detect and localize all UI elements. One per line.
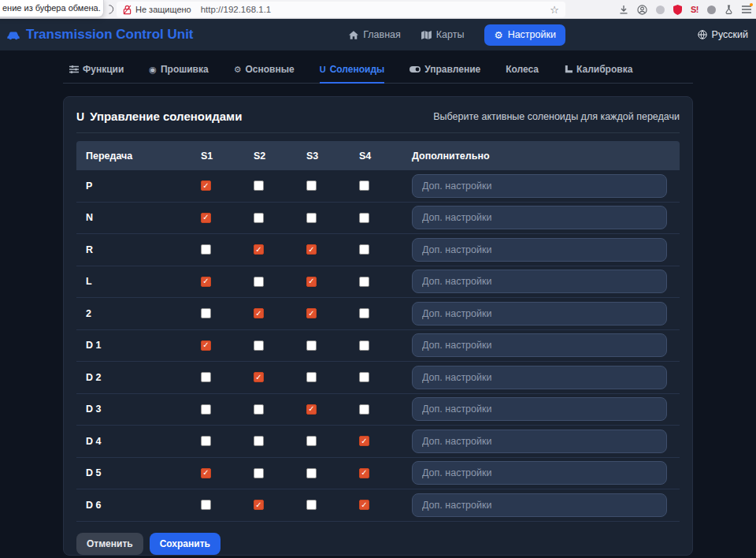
solenoid-s4-checkbox[interactable]: ✓ <box>359 244 369 255</box>
check-icon: ✓ <box>255 374 261 381</box>
solenoid-s4-checkbox[interactable]: ✓ <box>359 213 369 223</box>
cell-extra <box>406 333 680 357</box>
header-s3: S3 <box>300 151 353 162</box>
solenoid-s1-checkbox[interactable]: ✓ <box>201 436 211 446</box>
cell-s2: ✓ <box>247 180 300 191</box>
solenoid-s4-checkbox[interactable]: ✓ <box>359 404 369 415</box>
gear-label: 2 <box>76 308 195 319</box>
solenoid-s2-checkbox[interactable]: ✓ <box>254 308 264 318</box>
cell-s3: ✓ <box>300 340 353 351</box>
extension-icon[interactable] <box>656 6 665 14</box>
save-button[interactable]: Сохранить <box>150 533 220 555</box>
solenoid-s3-checkbox[interactable]: ✓ <box>306 340 317 351</box>
solenoid-s4-checkbox[interactable]: ✓ <box>359 436 369 446</box>
solenoid-s2-checkbox[interactable]: ✓ <box>254 180 264 191</box>
solenoid-s2-checkbox[interactable]: ✓ <box>254 340 264 351</box>
account-icon[interactable] <box>637 5 647 15</box>
magnet-icon: U <box>320 65 326 74</box>
solenoid-s2-checkbox[interactable]: ✓ <box>254 372 264 382</box>
download-icon[interactable] <box>619 5 628 14</box>
table-row: D 5 ✓ ✓ ✓ ✓ <box>76 458 680 490</box>
solenoid-s2-checkbox[interactable]: ✓ <box>254 404 264 415</box>
solenoid-s1-checkbox[interactable]: ✓ <box>201 277 211 287</box>
solenoid-s4-checkbox[interactable]: ✓ <box>359 468 369 478</box>
cell-extra <box>406 366 680 389</box>
solenoid-s2-checkbox[interactable]: ✓ <box>254 468 264 478</box>
solenoid-s3-checkbox[interactable]: ✓ <box>306 436 317 446</box>
solenoid-s1-checkbox[interactable]: ✓ <box>201 372 211 382</box>
tab-firmware[interactable]: ◉ Прошивка <box>149 64 208 84</box>
solenoid-s4-checkbox[interactable]: ✓ <box>359 500 369 510</box>
language-selector[interactable]: Русский <box>698 29 748 40</box>
extra-settings-input[interactable] <box>412 238 667 262</box>
tab-calibration[interactable]: Калибровка <box>564 64 632 84</box>
solenoid-s4-checkbox[interactable]: ✓ <box>359 308 369 318</box>
ruler-icon <box>564 65 573 74</box>
solenoid-s4-checkbox[interactable]: ✓ <box>359 340 369 351</box>
check-icon: ✓ <box>308 246 314 254</box>
tab-general[interactable]: ⚙ Основные <box>234 64 295 84</box>
address-bar[interactable]: Не защищено http://192.168.1.1 ☆ <box>117 2 565 17</box>
extra-settings-input[interactable] <box>412 493 667 517</box>
check-icon: ✓ <box>308 405 314 413</box>
extra-settings-input[interactable] <box>412 174 667 198</box>
tab-wheels[interactable]: Колеса <box>506 64 539 84</box>
check-icon: ✓ <box>202 469 209 477</box>
extra-settings-input[interactable] <box>412 461 667 485</box>
flask-icon[interactable] <box>724 5 733 14</box>
solenoid-s2-checkbox[interactable]: ✓ <box>254 213 264 223</box>
solenoid-s1-checkbox[interactable]: ✓ <box>201 500 211 510</box>
solenoid-s1-checkbox[interactable]: ✓ <box>201 468 211 478</box>
tab-control[interactable]: Управление <box>410 64 480 84</box>
nav-item-maps[interactable]: Карты <box>421 29 465 40</box>
solenoid-s3-checkbox[interactable]: ✓ <box>306 308 317 318</box>
solenoid-s3-checkbox[interactable]: ✓ <box>306 404 317 415</box>
solenoid-s3-checkbox[interactable]: ✓ <box>306 372 317 382</box>
solenoid-s3-checkbox[interactable]: ✓ <box>306 213 317 223</box>
header-extra: Дополнительно <box>406 151 680 162</box>
solenoid-s1-checkbox[interactable]: ✓ <box>201 308 211 318</box>
nav-item-home[interactable]: Главная <box>349 29 401 40</box>
solenoid-s1-checkbox[interactable]: ✓ <box>201 244 211 255</box>
globe-extension-icon[interactable] <box>707 6 716 14</box>
extra-settings-input[interactable] <box>412 430 667 453</box>
solenoid-s2-checkbox[interactable]: ✓ <box>254 277 264 287</box>
menu-icon[interactable] <box>742 6 751 13</box>
tab-functions[interactable]: Функции <box>69 64 124 84</box>
solenoid-s3-checkbox[interactable]: ✓ <box>306 500 317 510</box>
nav-item-settings[interactable]: ⚙ Настройки <box>484 24 565 46</box>
solenoid-s4-checkbox[interactable]: ✓ <box>359 277 369 287</box>
bookmark-star-icon[interactable]: ☆ <box>550 5 559 15</box>
adblock-shield-icon[interactable] <box>673 5 682 15</box>
gear-label: D 1 <box>76 340 195 351</box>
cell-s1: ✓ <box>195 244 247 255</box>
extra-settings-input[interactable] <box>412 333 667 357</box>
extra-settings-input[interactable] <box>412 270 667 293</box>
s-exclamation-icon[interactable]: S! <box>691 5 699 14</box>
solenoid-s4-checkbox[interactable]: ✓ <box>359 372 369 382</box>
cancel-button[interactable]: Отменить <box>76 533 143 555</box>
solenoid-s1-checkbox[interactable]: ✓ <box>201 404 211 415</box>
extra-settings-input[interactable] <box>412 366 667 389</box>
solenoid-s3-checkbox[interactable]: ✓ <box>306 277 317 287</box>
solenoid-s1-checkbox[interactable]: ✓ <box>201 340 211 351</box>
solenoid-s3-checkbox[interactable]: ✓ <box>306 244 317 255</box>
extra-settings-input[interactable] <box>412 302 667 326</box>
insecure-lock-icon[interactable] <box>123 5 132 15</box>
extra-settings-input[interactable] <box>412 206 667 229</box>
cell-extra <box>406 206 680 229</box>
solenoid-s1-checkbox[interactable]: ✓ <box>201 213 211 223</box>
solenoid-s2-checkbox[interactable]: ✓ <box>254 436 264 446</box>
tab-solenoids[interactable]: U Соленоиды <box>320 64 385 84</box>
solenoid-s3-checkbox[interactable]: ✓ <box>306 180 317 191</box>
solenoid-s2-checkbox[interactable]: ✓ <box>254 244 264 255</box>
solenoid-s4-checkbox[interactable]: ✓ <box>359 180 369 191</box>
solenoid-s2-checkbox[interactable]: ✓ <box>254 500 264 510</box>
solenoid-s3-checkbox[interactable]: ✓ <box>306 468 317 478</box>
tab-label: Калибровка <box>576 64 632 75</box>
sliders-icon <box>69 65 79 73</box>
reload-icon[interactable] <box>102 3 115 16</box>
extra-settings-input[interactable] <box>412 397 667 421</box>
solenoid-s1-checkbox[interactable]: ✓ <box>201 180 211 191</box>
card-title: Управление соленоидами <box>90 110 242 123</box>
